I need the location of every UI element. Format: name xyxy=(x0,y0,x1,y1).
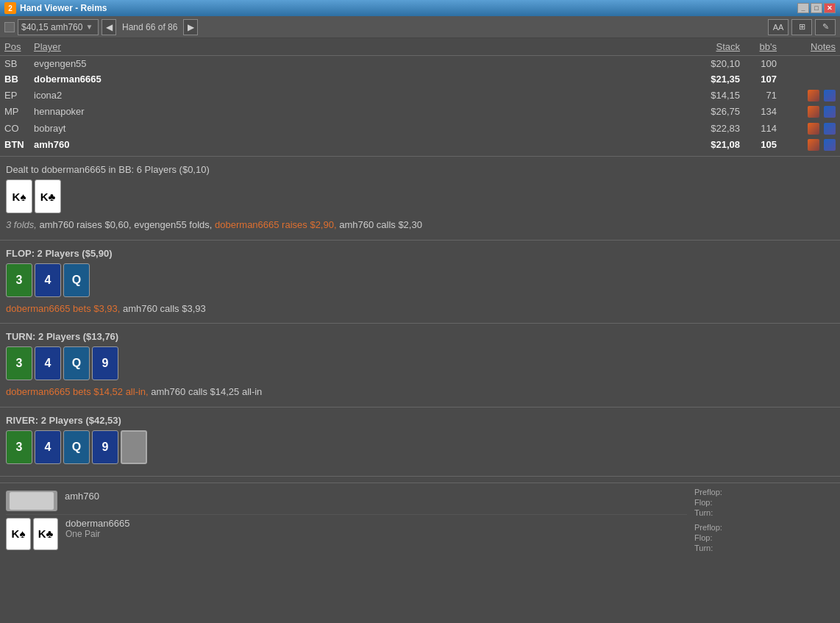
stack-btn: $21,08 xyxy=(686,137,744,154)
pos-ep: EP xyxy=(0,87,29,104)
showdown-players: amh760 K♠ K♣ doberman6665 One Pair xyxy=(6,488,687,553)
notes-mp xyxy=(781,104,840,121)
bbs-mp: 134 xyxy=(744,104,781,121)
pos-mp: MP xyxy=(0,104,29,121)
player-evgengen55: evgengen55 xyxy=(29,56,686,72)
stack-bb: $21,35 xyxy=(686,71,744,87)
app-icon: 2 xyxy=(4,2,16,14)
player-icon-6 xyxy=(824,123,836,135)
minimize-button[interactable]: _ xyxy=(797,3,809,13)
col-header-pos: Pos xyxy=(0,38,29,56)
pos-btn: BTN xyxy=(0,137,29,154)
river-header: RIVER: 2 Players ($42,53) xyxy=(6,415,834,426)
hand-filter-dropdown[interactable]: $40,15 amh760 ▼ xyxy=(18,19,99,35)
stack-ep: $14,15 xyxy=(686,87,744,104)
chevron-down-icon: ▼ xyxy=(85,23,93,31)
doberman-info: doberman6665 One Pair xyxy=(65,518,129,539)
app-title: Hand Viewer - Reims xyxy=(20,3,107,13)
preflop-action: 3 folds, amh760 raises $0,60, evgengen55… xyxy=(6,218,834,232)
table-row: SB evgengen55 $20,10 100 xyxy=(0,56,840,72)
avatar-silhouette-amh760 xyxy=(10,492,54,510)
pos-sb: SB xyxy=(0,56,29,72)
divider-4 xyxy=(0,407,840,407)
doberman-card-k-spades: K♠ xyxy=(6,518,31,550)
player-icona2: icona2 xyxy=(29,87,686,104)
river-card-9: 9 xyxy=(92,430,118,464)
card-k-clubs: K♣ xyxy=(35,179,61,213)
hand-counter: Hand 66 of 86 xyxy=(122,22,177,32)
pos-bb: BB xyxy=(0,71,29,87)
flop-amh760-calls: amh760 calls $3,93 xyxy=(123,303,206,314)
card-k-spades: K♠ xyxy=(6,179,32,213)
table-row: BTN amh760 $21,08 105 xyxy=(0,137,840,154)
col-header-notes: Notes xyxy=(781,38,840,56)
main-content: Pos Player Stack bb's Notes SB evgengen5… xyxy=(0,38,840,623)
doberman-hole-cards: K♠ K♣ xyxy=(6,518,58,550)
flop-card-3: 3 xyxy=(6,263,32,297)
player-icon-1 xyxy=(808,90,819,102)
flop-section: FLOP: 2 Players ($5,90) 3 4 Q doberman66… xyxy=(0,243,840,321)
doberman-card-k-clubs: K♣ xyxy=(33,518,58,550)
preflop-amh760-raises: amh760 raises $0,60, evgengen55 folds, xyxy=(40,219,216,230)
stats-doberman-flop: Flop: xyxy=(694,533,834,542)
stats-doberman-preflop: Preflop: xyxy=(694,523,834,532)
dealt-header: Dealt to doberman6665 in BB: 6 Players (… xyxy=(6,164,834,175)
divider-3 xyxy=(0,323,840,324)
grid-button[interactable]: ⊞ xyxy=(791,19,812,35)
next-hand-button[interactable]: ▶ xyxy=(183,19,198,35)
table-row: BB doberman6665 $21,35 107 xyxy=(0,71,840,87)
avatar-amh760 xyxy=(6,491,57,511)
bbs-bb: 107 xyxy=(744,71,781,87)
edit-button[interactable]: ✎ xyxy=(815,19,836,35)
toolbar: $40,15 amh760 ▼ ◀ Hand 66 of 86 ▶ AA ⊞ ✎ xyxy=(0,16,840,38)
font-size-button[interactable]: AA xyxy=(768,19,789,35)
notes-btn xyxy=(781,137,840,154)
river-card-3: 3 xyxy=(6,430,32,464)
stats-doberman-turn: Turn: xyxy=(694,544,834,552)
turn-header: TURN: 2 Players ($13,76) xyxy=(6,331,834,342)
player-table: Pos Player Stack bb's Notes SB evgengen5… xyxy=(0,38,840,153)
turn-action: doberman6665 bets $14,52 all-in, amh760 … xyxy=(6,385,834,399)
dropdown-value: $40,15 amh760 xyxy=(21,22,82,32)
stack-sb: $20,10 xyxy=(686,56,744,72)
hole-cards: K♠ K♣ xyxy=(6,179,834,213)
turn-card-4: 4 xyxy=(35,346,61,380)
window-controls[interactable]: _ □ ✕ xyxy=(797,3,836,13)
turn-cards: 3 4 Q 9 xyxy=(6,346,834,380)
notes-sb xyxy=(781,56,840,72)
player-icon-2 xyxy=(824,90,836,102)
stats-amh760-preflop: Preflop: xyxy=(694,488,834,496)
col-header-player: Player xyxy=(29,38,686,56)
name-amh760: amh760 xyxy=(65,491,99,502)
bbs-co: 114 xyxy=(744,120,781,137)
flop-cards: 3 4 Q xyxy=(6,263,834,297)
player-bobrayt: bobrayt xyxy=(29,120,686,137)
close-button[interactable]: ✕ xyxy=(824,3,836,13)
river-card-q: Q xyxy=(63,430,90,464)
maximize-button[interactable]: □ xyxy=(811,3,822,13)
filter-checkbox[interactable] xyxy=(4,22,15,32)
title-bar: 2 Hand Viewer - Reims _ □ ✕ xyxy=(0,0,840,16)
turn-card-q: Q xyxy=(63,346,90,380)
stats-amh760-turn: Turn: xyxy=(694,508,834,517)
turn-doberman-bets: doberman6665 bets $14,52 all-in, xyxy=(6,386,151,397)
stats-amh760-flop: Flop: xyxy=(694,498,834,507)
player-icon-8 xyxy=(824,139,836,151)
divider-5 xyxy=(0,476,840,477)
river-section: RIVER: 2 Players ($42,53) 3 4 Q 9 xyxy=(0,410,840,473)
prev-hand-button[interactable]: ◀ xyxy=(102,19,116,35)
flop-header: FLOP: 2 Players ($5,90) xyxy=(6,248,834,259)
preflop-amh760-calls: amh760 calls $2,30 xyxy=(339,219,422,230)
river-card-unknown xyxy=(121,430,147,464)
notes-ep xyxy=(781,87,840,104)
col-header-bbs: bb's xyxy=(744,38,781,56)
preflop-action-italic: 3 folds, xyxy=(6,219,40,230)
notes-bb xyxy=(781,71,840,87)
divider-1 xyxy=(0,156,840,157)
stats-panel: Preflop: Flop: Turn: Preflop: Flop: Turn… xyxy=(687,488,834,553)
showdown-amh760: amh760 xyxy=(6,488,687,514)
player-icon-3 xyxy=(808,106,819,118)
flop-card-4: 4 xyxy=(35,263,61,297)
stack-mp: $26,75 xyxy=(686,104,744,121)
bbs-sb: 100 xyxy=(744,56,781,72)
